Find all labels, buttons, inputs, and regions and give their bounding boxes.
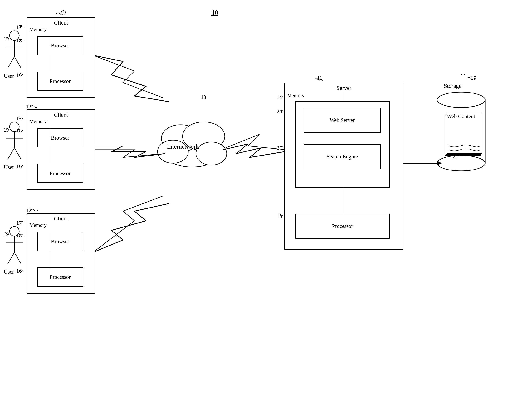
ref-13-cloud: 13 [201,94,206,100]
client-1-browser-label: Browser [51,43,69,49]
server-box: Server Memory Web Server Search Engine P… [284,83,404,250]
ref-17-1: 17 [16,24,22,30]
server-title: Server [285,85,403,91]
server-processor-box: Processor [296,214,390,239]
svg-line-26 [14,253,21,264]
client-box-3: Client Memory Browser Processor [27,213,95,294]
server-memory-label: Memory [287,93,304,99]
ref-11: 11 [317,75,322,81]
client-1-processor-label: Processor [50,78,71,84]
ref-16-1: 16 [16,72,22,78]
client-box-1: Client Memory Browser Processor [27,17,95,98]
client-box-2: Client Memory Browser Processor [27,109,95,190]
user-1-label: User [4,73,14,79]
ref-12-bot: 12 [26,207,31,213]
client-2-processor-box: Processor [37,164,83,183]
client-3-browser-label: Browser [51,238,69,245]
client-1-memory-area-label: Memory [29,26,47,32]
client-2-processor-label: Processor [50,170,71,176]
client-3-processor-label: Processor [50,274,71,280]
ref-12-top: 12 [61,11,66,17]
ref-12-mid: 12 [26,104,31,110]
svg-point-17 [10,122,19,131]
ref-17-2: 17 [16,115,22,121]
svg-point-28 [437,92,485,107]
svg-point-12 [10,31,19,40]
svg-line-21 [14,148,21,159]
search-engine-label: Search Engine [327,154,358,160]
svg-line-25 [8,253,14,264]
ref-15: 15 [471,75,476,81]
ref-13-processor: 13 [277,213,282,219]
client-3-processor-box: Processor [37,267,83,287]
user-2-label: User [4,164,14,170]
client-3-browser-box: Browser [37,232,83,251]
ref-22: 22 [452,154,458,160]
diagram-title: 10 [211,9,218,17]
svg-line-20 [8,148,14,159]
client-2-browser-label: Browser [51,135,69,141]
ref-16-3: 16 [16,268,22,274]
server-processor-label: Processor [332,223,353,229]
web-server-box: Web Server [304,108,381,133]
ref-14: 14 [277,94,282,100]
client-1-processor-box: Processor [37,72,83,91]
user-3-label: User [4,269,14,275]
storage-cylinder [434,90,488,173]
server-inner-box: Web Server Search Engine [296,101,390,188]
ref-19-3: 19 [3,231,9,237]
ref-16-2: 16 [16,163,22,169]
internetwork-label: Internetwork [167,143,199,150]
ref-20: 20 [277,108,282,115]
ref-19-1: 19 [3,36,9,42]
client-3-memory-area-label: Memory [29,222,47,228]
svg-point-4 [196,142,227,165]
client-3-title: Client [27,215,95,222]
ref-17-3: 17 [16,220,22,226]
client-1-browser-box: Browser [37,36,83,55]
web-server-label: Web Server [330,117,355,123]
svg-point-22 [10,227,19,236]
client-2-title: Client [27,111,95,118]
ref-21: 21 [277,145,282,151]
svg-point-29 [437,155,485,171]
web-content-label: Web Content [442,113,480,119]
search-engine-box: Search Engine [304,144,381,169]
client-2-memory-area-label: Memory [29,119,47,124]
diagram: 10 12 Client Memory Browser Processor 17… [0,0,532,402]
storage-label: Storage [444,83,462,89]
client-2-browser-box: Browser [37,128,83,148]
svg-line-16 [14,57,21,68]
svg-line-15 [8,57,14,68]
ref-19-2: 19 [3,127,9,133]
client-1-title: Client [27,19,95,26]
